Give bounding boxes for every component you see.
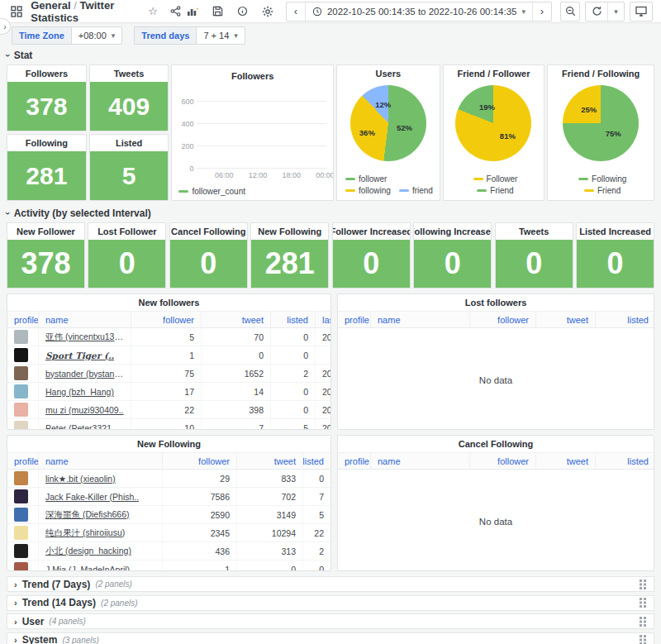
row-panel-count: (2 panels) [95, 580, 131, 589]
col-profile[interactable]: profile [338, 312, 371, 327]
user-link[interactable]: mu zi (muzi930409.. [45, 405, 124, 415]
panel-title[interactable]: Follower Increased [333, 223, 410, 240]
col-follower[interactable]: follower [163, 453, 237, 469]
stat-value: 0 [119, 246, 136, 281]
panel-title[interactable]: New Follower [7, 223, 84, 240]
user-link[interactable]: bystander (bystand.. [45, 369, 124, 379]
panel-title[interactable]: Listed [90, 135, 169, 151]
user-link[interactable]: Hang (bzh_Hang) [45, 387, 114, 397]
drag-handle-icon[interactable] [640, 635, 647, 644]
panel-title[interactable]: Lost Follower [88, 223, 165, 240]
panel-title[interactable]: Following Increased [414, 223, 491, 240]
zoom-out-icon[interactable] [560, 2, 580, 21]
save-dashboard-icon[interactable] [208, 2, 228, 21]
legend-item-follower[interactable]: follower [345, 174, 387, 184]
legend-item-follower[interactable]: Follower [473, 174, 518, 184]
row-trend-14-days[interactable]: › Trend (14 Days) (2 panels) [7, 595, 654, 611]
panel-title[interactable]: Lost followers [338, 294, 654, 311]
legend-item-following[interactable]: following [345, 186, 391, 195]
user-link[interactable]: 小北 (design_hacking) [45, 546, 131, 557]
row-header-activity[interactable]: › Activity (by selected Interval) [7, 207, 654, 220]
user-link[interactable]: Peter (Peter332167.. [45, 423, 124, 431]
legend-item-friend[interactable]: Friend [477, 186, 513, 195]
insights-icon[interactable] [233, 2, 253, 21]
panel-title[interactable]: Followers [172, 65, 332, 87]
refresh-icon[interactable] [586, 2, 607, 21]
panel-listed-increased: Listed Increased 0 [576, 222, 654, 289]
user-link[interactable]: Jack Fake-Killer (Phish.. [45, 492, 139, 502]
panel-title[interactable]: Cancel Following [338, 436, 654, 452]
user-link[interactable]: link★.bit (xieaolin) [45, 474, 116, 484]
row-header-stat[interactable]: › Stat [7, 49, 654, 62]
cell-listed: 0 [271, 346, 316, 364]
time-range-picker[interactable]: 2022-10-25 00:14:35 to 2022-10-26 00:14:… [305, 2, 533, 21]
col-follower[interactable]: follower [131, 312, 202, 327]
row-system[interactable]: › System (3 panels) [7, 632, 654, 644]
dashboard-settings-icon[interactable] [258, 2, 278, 21]
legend-item-friend[interactable]: Friend [584, 186, 621, 195]
user-link[interactable]: 亚伟 (vincentxu1318) [45, 332, 124, 343]
col-last[interactable]: last [316, 312, 330, 327]
col-name[interactable]: name [39, 453, 163, 469]
panel-title[interactable]: Listed Increased [577, 223, 654, 240]
timezone-select[interactable]: +08:00 ▾ [71, 26, 122, 45]
drag-handle-icon[interactable] [640, 580, 647, 589]
col-follower[interactable]: follower [470, 312, 536, 327]
col-follower[interactable]: follower [470, 453, 536, 469]
breadcrumb-folder[interactable]: General [31, 0, 70, 12]
star-icon[interactable]: ☆ [145, 2, 160, 21]
legend-label: Follower [487, 174, 518, 184]
time-back-button[interactable]: ‹ [287, 2, 305, 21]
col-listed[interactable]: listed [271, 312, 316, 327]
col-profile[interactable]: profile [7, 312, 39, 327]
col-tweet[interactable]: tweet [202, 312, 271, 327]
time-forward-button[interactable]: › [533, 2, 551, 21]
user-link[interactable]: 深海噩鱼 (Diefish666) [45, 509, 130, 521]
trend-days-select[interactable]: 7 + 14 ▾ [196, 26, 245, 45]
col-listed[interactable]: listed [303, 453, 330, 469]
stat-value: 281 [26, 162, 67, 190]
legend-item-friend[interactable]: friend [399, 186, 433, 195]
user-link[interactable]: Sport Tiger (.. [45, 351, 114, 360]
col-tweet[interactable]: tweet [536, 453, 596, 469]
breadcrumb[interactable]: General / Twitter Statistics [31, 0, 138, 24]
col-profile[interactable]: profile [338, 453, 371, 469]
col-name[interactable]: name [371, 453, 470, 469]
col-tweet[interactable]: tweet [237, 453, 303, 469]
legend-follower-count[interactable]: follower_count [178, 187, 245, 196]
panel-title[interactable]: New Following [7, 436, 330, 452]
row-panel-count: (3 panels) [62, 636, 98, 644]
row-user[interactable]: › User (4 panels) [7, 613, 654, 629]
panel-title[interactable]: Followers [7, 65, 86, 82]
panel-title[interactable]: Tweets [90, 65, 169, 82]
col-listed[interactable]: listed [596, 312, 654, 327]
panel-title[interactable]: Users [337, 65, 440, 82]
row-trend-7-days[interactable]: › Trend (7 Days) (2 panels) [7, 576, 654, 592]
panel-title[interactable]: Cancel Following [170, 223, 247, 240]
share-icon[interactable] [168, 2, 183, 21]
panel-title[interactable]: Tweets [496, 223, 573, 240]
timezone-value: +08:00 [78, 31, 107, 41]
apps-grid-icon[interactable] [8, 2, 24, 21]
col-name[interactable]: name [371, 312, 470, 327]
add-panel-icon[interactable] [183, 2, 203, 21]
user-link[interactable]: J.Mia (J_MadeInApril) [45, 565, 130, 572]
user-link[interactable]: 纯白果汁 (shiroijusu) [45, 527, 125, 539]
cell-follower: 10 [131, 419, 202, 430]
col-listed[interactable]: listed [596, 453, 654, 469]
kiosk-monitor-icon[interactable] [630, 2, 653, 21]
legend-swatch [473, 178, 483, 180]
panel-title[interactable]: New followers [7, 294, 330, 311]
legend-label: friend [412, 186, 433, 195]
panel-title[interactable]: Friend / Follower [444, 65, 544, 82]
col-profile[interactable]: profile [7, 453, 39, 469]
panel-title[interactable]: New Following [251, 223, 328, 240]
drag-handle-icon[interactable] [640, 617, 647, 627]
col-tweet[interactable]: tweet [536, 312, 596, 327]
refresh-interval-caret-icon[interactable]: ▾ [607, 2, 624, 21]
panel-title[interactable]: Friend / Following [548, 65, 654, 82]
panel-title[interactable]: Following [7, 135, 86, 151]
legend-item-following[interactable]: Following [578, 174, 626, 184]
drag-handle-icon[interactable] [640, 598, 647, 608]
col-name[interactable]: name [39, 312, 131, 327]
